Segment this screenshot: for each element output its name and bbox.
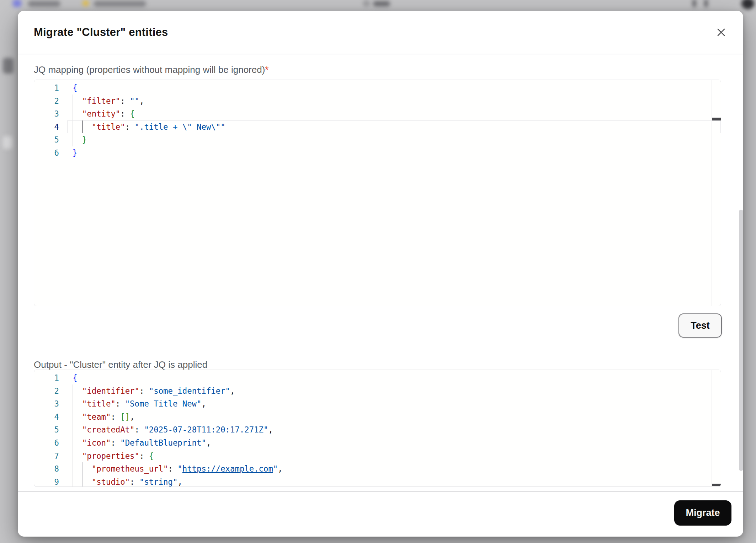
code-line-3[interactable]: 3 "title": "Some Title New", xyxy=(34,397,721,410)
code-line-9[interactable]: 9 "studio": "string", xyxy=(34,475,721,487)
dialog-scrollbar-thumb[interactable] xyxy=(739,210,743,471)
code-line-text: } xyxy=(73,133,87,146)
blurred-self-service-icon xyxy=(82,0,89,6)
code-line-text: "identifier": "some_identifier", xyxy=(73,385,235,398)
jq-mapping-label-text: JQ mapping (properties without mapping w… xyxy=(34,64,265,75)
migrate-entities-dialog: Migrate "Cluster" entities JQ mapping (p… xyxy=(18,11,743,536)
code-line-6[interactable]: 6} xyxy=(34,146,721,160)
line-number: 6 xyxy=(34,146,59,160)
line-number: 1 xyxy=(34,371,59,385)
line-number: 8 xyxy=(34,462,59,475)
code-line-text: "title": "Some Title New", xyxy=(73,397,206,410)
code-line-text: "icon": "DefaultBlueprint", xyxy=(73,436,211,450)
code-line-5[interactable]: 5 } xyxy=(34,133,721,146)
code-line-8[interactable]: 8 "prometheus_url": "https://example.com… xyxy=(34,462,721,475)
code-line-text: "entity": { xyxy=(73,107,135,120)
dialog-footer: Migrate xyxy=(18,491,743,537)
code-line-6[interactable]: 6 "icon": "DefaultBlueprint", xyxy=(34,436,721,450)
line-number: 3 xyxy=(34,107,59,120)
blurred-catalog-icon xyxy=(13,0,21,7)
close-icon xyxy=(715,27,727,38)
code-line-text: "createdAt": "2025-07-28T11:20:17.271Z", xyxy=(73,423,273,436)
output-code-editor[interactable]: 1{2 "identifier": "some_identifier",3 "t… xyxy=(34,370,721,487)
code-line-1[interactable]: 1{ xyxy=(34,371,721,385)
code-line-7[interactable]: 7 "properties": { xyxy=(34,450,721,463)
code-link[interactable]: https://example.com xyxy=(182,464,273,473)
code-line-text: "title": ".title + \" New\"" xyxy=(73,120,225,134)
line-number: 1 xyxy=(34,81,59,95)
line-number: 3 xyxy=(34,397,59,410)
output-label: Output - "Cluster" entity after JQ is ap… xyxy=(34,359,207,370)
blurred-toolbar-icon xyxy=(693,0,696,7)
code-line-4[interactable]: 4 "team": [], xyxy=(34,410,721,424)
code-line-text: "studio": "string", xyxy=(73,475,182,487)
code-line-text: { xyxy=(73,371,77,385)
code-line-text: "filter": "", xyxy=(73,95,144,108)
line-number: 7 xyxy=(34,450,59,463)
jq-mapping-label: JQ mapping (properties without mapping w… xyxy=(34,64,268,75)
code-line-5[interactable]: 5 "createdAt": "2025-07-28T11:20:17.271Z… xyxy=(34,423,721,436)
blurred-avatar xyxy=(741,0,754,9)
dialog-title: Migrate "Cluster" entities xyxy=(34,26,168,39)
dialog-header: Migrate "Cluster" entities xyxy=(18,11,743,54)
jq-mapping-code-editor[interactable]: 1{2 "filter": "",3 "entity": {4 "title":… xyxy=(34,80,721,306)
line-number: 5 xyxy=(34,423,59,436)
code-line-2[interactable]: 2 "identifier": "some_identifier", xyxy=(34,385,721,398)
code-line-text: { xyxy=(73,81,77,95)
required-asterisk: * xyxy=(265,64,268,75)
code-line-4[interactable]: 4 "title": ".title + \" New\"" xyxy=(34,120,721,134)
line-number: 9 xyxy=(34,475,59,487)
code-line-1[interactable]: 1{ xyxy=(34,81,721,95)
migrate-button[interactable]: Migrate xyxy=(674,500,731,526)
code-line-text: } xyxy=(73,146,77,160)
line-number: 4 xyxy=(34,120,59,134)
line-number: 4 xyxy=(34,410,59,424)
blurred-catalog-tab xyxy=(28,1,60,7)
blurred-search-label xyxy=(373,1,390,6)
blurred-toolbar-icon xyxy=(704,0,708,7)
code-line-text: "properties": { xyxy=(73,450,154,463)
blurred-sidebar-item xyxy=(3,136,12,149)
line-number: 6 xyxy=(34,436,59,450)
close-button[interactable] xyxy=(713,25,729,40)
blurred-sidebar-item xyxy=(3,58,14,74)
blurred-self-service-tab xyxy=(94,1,146,7)
code-line-3[interactable]: 3 "entity": { xyxy=(34,107,721,120)
test-button[interactable]: Test xyxy=(678,313,722,338)
code-line-text: "team": [], xyxy=(73,410,135,424)
blurred-search-icon xyxy=(363,0,369,6)
code-line-2[interactable]: 2 "filter": "", xyxy=(34,95,721,108)
code-line-text: "prometheus_url": "https://example.com", xyxy=(73,462,283,475)
line-number: 5 xyxy=(34,133,59,146)
line-number: 2 xyxy=(34,385,59,398)
line-number: 2 xyxy=(34,95,59,108)
